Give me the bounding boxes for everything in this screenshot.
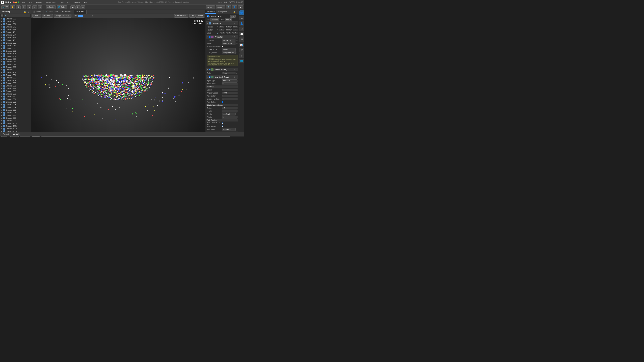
tab-project[interactable]: Project bbox=[1, 132, 10, 136]
mover-script-value[interactable]: Mover bbox=[222, 72, 236, 74]
navmesh-more[interactable]: ⋮ bbox=[236, 76, 238, 78]
apply-root-checkbox[interactable] bbox=[222, 45, 224, 47]
hierarchy-item[interactable]: ▶Character982 bbox=[0, 60, 31, 63]
maximize-button[interactable] bbox=[18, 1, 19, 3]
radius-value[interactable]: 0.5 bbox=[222, 107, 238, 109]
hierarchy-item[interactable]: ▶Character981 bbox=[0, 55, 31, 58]
hierarchy-item[interactable]: ▶Character898 bbox=[0, 58, 31, 60]
hierarchy-item[interactable]: ▶Character979 bbox=[0, 44, 31, 47]
pivot-button[interactable]: ⊙ Center bbox=[46, 5, 56, 9]
static-badge[interactable]: Static bbox=[230, 15, 236, 17]
layout-dropdown[interactable]: Layout ▼ bbox=[216, 5, 225, 9]
menu-assets[interactable]: Assets bbox=[36, 1, 42, 4]
dock-icon-2[interactable]: ☁ bbox=[239, 16, 244, 20]
rot-y[interactable]: 34.29 bbox=[226, 29, 230, 31]
mover-settings[interactable]: ⚙ bbox=[234, 69, 235, 70]
hierarchy-item[interactable]: ▶Character989 bbox=[0, 92, 31, 95]
gizmos-btn[interactable]: Gizmos bbox=[196, 14, 204, 17]
controller-value[interactable]: Animations bbox=[222, 39, 236, 42]
culling-mode-value[interactable]: Always Animate bbox=[222, 51, 236, 54]
hierarchy-item[interactable]: ▶Character999 bbox=[0, 119, 31, 122]
quality-value[interactable]: Low Quality bbox=[222, 113, 236, 115]
step-button[interactable]: ⏭ bbox=[80, 5, 85, 9]
hierarchy-item[interactable]: ▶Character984 bbox=[0, 71, 31, 74]
hierarchy-item[interactable]: ▶Character987 bbox=[0, 87, 31, 90]
tab-inspector[interactable]: Inspector bbox=[206, 10, 216, 14]
error-pause-btn[interactable]: Error Pause bbox=[20, 136, 30, 137]
hierarchy-item[interactable]: ▶Character78 bbox=[0, 39, 31, 41]
static-dropdown[interactable]: ▼ bbox=[236, 16, 238, 17]
menu-window[interactable]: Window bbox=[73, 1, 81, 4]
transform-more[interactable]: ⋮ bbox=[236, 22, 238, 24]
scale-tool[interactable]: ⤡ bbox=[27, 5, 31, 9]
scale-y[interactable]: 1 bbox=[228, 32, 232, 34]
tab-game[interactable]: 🎮 Game bbox=[74, 10, 86, 14]
tab-navigation[interactable]: Navigation bbox=[216, 10, 228, 14]
dock-icon-3[interactable]: 👤 bbox=[239, 21, 244, 26]
update-mode-value[interactable]: Normal bbox=[222, 48, 236, 51]
hierarchy-menu[interactable]: ⋮ bbox=[28, 10, 30, 13]
scale-z[interactable]: 1 bbox=[234, 32, 238, 34]
hierarchy-item[interactable]: ▶Character975 bbox=[0, 25, 31, 28]
auto-traverse-checkbox[interactable] bbox=[222, 122, 224, 124]
tab-scene[interactable]: 🎬 Scene bbox=[31, 10, 44, 14]
agent-type-value[interactable]: Humanoid bbox=[222, 79, 238, 82]
hierarchy-item[interactable]: ▶Character991 bbox=[0, 98, 31, 100]
dock-icon-10[interactable]: 🌐 bbox=[239, 59, 244, 63]
angular-speed-value[interactable]: 60000 bbox=[222, 92, 238, 94]
animator-active[interactable] bbox=[209, 36, 210, 38]
hierarchy-item[interactable]: ▶Character74 bbox=[0, 20, 31, 23]
menu-file[interactable]: File bbox=[21, 1, 26, 4]
dock-icon-4[interactable]: ⬡ bbox=[239, 26, 244, 31]
navmesh-help[interactable]: ? bbox=[232, 76, 233, 78]
close-button[interactable] bbox=[13, 1, 14, 3]
tab-animator[interactable]: 🎞 Animator bbox=[60, 10, 74, 14]
scale-slider[interactable] bbox=[78, 15, 91, 17]
hierarchy-item[interactable]: ▶Character995 bbox=[0, 109, 31, 111]
hierarchy-item[interactable]: ▶Character1001 bbox=[0, 125, 31, 127]
dock-icon-5[interactable]: 💬 bbox=[239, 32, 244, 36]
inspector-menu[interactable]: ⋮ bbox=[236, 11, 239, 12]
tab-asset-store[interactable]: 🛒 Asset Store bbox=[44, 10, 60, 14]
transform-header[interactable]: ▼ Transform ? ⚙ ⋮ bbox=[206, 22, 238, 25]
hierarchy-item[interactable]: ▶Character986 bbox=[0, 82, 31, 84]
editor-dropdown[interactable]: Editor ▼ bbox=[32, 136, 40, 137]
hierarchy-item[interactable]: ▶Character985 bbox=[0, 76, 31, 79]
rect-tool[interactable]: ▭ bbox=[32, 5, 37, 9]
tv-button[interactable]: 📺 TV bbox=[1, 5, 9, 9]
mover-script-target[interactable]: ⊙ bbox=[236, 72, 238, 74]
dots-icon[interactable]: ⋮ bbox=[202, 11, 204, 12]
animator-help[interactable]: ? bbox=[232, 36, 233, 38]
inspector-lock[interactable]: 🔒 bbox=[232, 11, 236, 12]
controller-target[interactable]: ⊙ bbox=[236, 39, 238, 41]
hierarchy-lock[interactable]: 🔒 bbox=[24, 10, 26, 13]
hand-tool[interactable]: ✋ bbox=[10, 5, 15, 9]
area-mask-value[interactable]: Everything bbox=[222, 128, 236, 131]
search-button[interactable]: 🔍 bbox=[226, 5, 231, 9]
move-tool[interactable]: ✛ bbox=[16, 5, 21, 9]
hierarchy-item[interactable]: ▶Character1002 bbox=[0, 127, 31, 130]
global-button[interactable]: 🌐 Global bbox=[57, 5, 67, 9]
mover-active[interactable] bbox=[209, 69, 210, 70]
object-active-checkbox[interactable] bbox=[207, 15, 209, 17]
hierarchy-item[interactable]: ▶Character992 bbox=[0, 100, 31, 103]
pos-x[interactable]: 498.1 bbox=[219, 26, 224, 28]
rot-x[interactable]: 0 bbox=[219, 29, 224, 31]
dock-icon-1[interactable]: 🔵 bbox=[239, 10, 244, 15]
dock-icon-9[interactable]: ⚙ bbox=[239, 53, 244, 58]
hierarchy-item[interactable]: ▶Character903 bbox=[0, 84, 31, 87]
mover-help[interactable]: ? bbox=[232, 69, 233, 70]
auto-braking-checkbox[interactable] bbox=[222, 101, 224, 103]
menu-edit[interactable]: Edit bbox=[28, 1, 33, 4]
animator-more[interactable]: ⋮ bbox=[236, 36, 238, 38]
tab-hierarchy[interactable]: Hierarchy bbox=[1, 10, 11, 13]
transform-help[interactable]: ? bbox=[232, 22, 232, 24]
cloud-button[interactable]: ☁ bbox=[238, 5, 243, 9]
display-dropdown[interactable]: Display 1 ▼ bbox=[42, 14, 53, 17]
hierarchy-item[interactable]: ▶Character895 bbox=[0, 41, 31, 44]
tag-value[interactable]: Untagged bbox=[210, 18, 219, 21]
scale-x[interactable]: 1 bbox=[221, 32, 226, 34]
navmesh-settings[interactable]: ⚙ bbox=[234, 76, 235, 78]
dock-icon-6[interactable]: 🎞 bbox=[239, 37, 244, 42]
transform-settings[interactable]: ⚙ bbox=[234, 22, 235, 24]
